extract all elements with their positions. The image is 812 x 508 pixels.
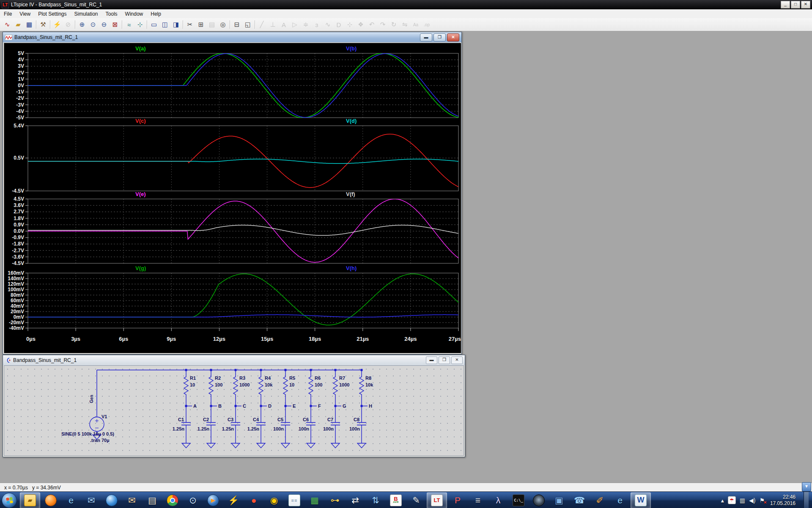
- waveform-canvas[interactable]: 5V4V3V2V1V0V-1V-2V-3V-4V-5VV(a)V(b)5.4V0…: [4, 43, 461, 353]
- menu-view[interactable]: View: [16, 10, 34, 18]
- minimize-button[interactable]: _: [781, 1, 790, 8]
- zoom-back-icon[interactable]: ⊙: [88, 19, 99, 30]
- taskbar-bug-tool-icon[interactable]: ◉: [264, 493, 284, 508]
- zoom-in-icon[interactable]: ⊕: [77, 19, 88, 30]
- view-toggle-3-icon[interactable]: ◨: [170, 19, 181, 30]
- taskbar-openoffice-icon[interactable]: ⊙: [183, 493, 203, 508]
- control-panel-icon[interactable]: ⚒: [38, 19, 49, 30]
- taskbar-chrome-icon[interactable]: [163, 493, 182, 508]
- save-icon[interactable]: ▦: [24, 19, 35, 30]
- taskbar-phone-app-icon[interactable]: ☎: [570, 493, 589, 508]
- taskbar-windows-explorer-icon[interactable]: ▰: [20, 492, 40, 508]
- taskbar-ltspice-icon[interactable]: LT: [427, 492, 447, 508]
- taskbar-webcam-app-icon[interactable]: [529, 493, 549, 508]
- menu-plot-settings[interactable]: Plot Settings: [34, 10, 70, 18]
- statusbar: x = 0.70µs y = 34.36mV: [0, 483, 812, 492]
- taskbar-pen-tool-icon[interactable]: ✎: [406, 493, 426, 508]
- undo-icon: ↶: [366, 19, 377, 30]
- taskbar-sync-tool-icon[interactable]: ⇅: [366, 493, 385, 508]
- tray-network-error-flag-icon[interactable]: ⚑: [759, 497, 765, 504]
- menu-help[interactable]: Help: [147, 10, 165, 18]
- taskbar-dialup-connection-icon[interactable]: ⚡: [224, 493, 243, 508]
- svg-text:0.0V: 0.0V: [14, 228, 24, 234]
- print-preview-icon[interactable]: ◱: [242, 19, 253, 30]
- taskbar-lambda-tool-icon[interactable]: λ: [488, 493, 508, 508]
- waveform-window-icon: [5, 35, 12, 40]
- show-desktop-button[interactable]: [804, 492, 809, 508]
- taskbar-media-player-icon[interactable]: ▶: [203, 493, 223, 508]
- toolbar-separator: [255, 20, 255, 29]
- toolbar-separator: [36, 20, 36, 29]
- new-schematic-icon[interactable]: ∿: [2, 19, 13, 30]
- view-toggle-1-icon[interactable]: ▭: [148, 19, 159, 30]
- svg-text:R1: R1: [190, 375, 196, 381]
- taskbar-clock[interactable]: 22:46 17.05.2016: [768, 494, 800, 507]
- cut-icon[interactable]: ✂: [184, 19, 195, 30]
- plot-restore-button[interactable]: ❐: [433, 33, 446, 41]
- schematic-minimize-button[interactable]: ▬: [426, 356, 437, 364]
- tray-tray-expand-icon[interactable]: ▴: [721, 497, 724, 504]
- taskbar-paint-app-icon[interactable]: ✐: [590, 493, 609, 508]
- zoom-out-icon[interactable]: ⊖: [99, 19, 110, 30]
- cursor-x-readout: x = 0.70µs: [4, 485, 28, 491]
- taskbar-mail-client-icon[interactable]: ✉: [122, 493, 142, 508]
- waveform-window-titlebar[interactable]: Bandpass_Sinus_mit_RC_1 ▬ ❐ ✕: [3, 32, 461, 42]
- taskbar-dictionary-app-icon[interactable]: ▤: [143, 493, 162, 508]
- taskbar-thunderbird-icon[interactable]: ✉: [82, 493, 101, 508]
- menu-tools[interactable]: Tools: [102, 10, 121, 18]
- maximize-button[interactable]: □: [791, 1, 800, 8]
- main-titlebar: LT LTspice IV - Bandpass_Sinus_mit_RC_1 …: [0, 0, 812, 9]
- redo-icon: ↷: [377, 19, 388, 30]
- security-app-glyph: ●: [251, 496, 257, 505]
- taskbar-internet-explorer-2-icon[interactable]: e: [610, 493, 630, 508]
- taskbar-bascom-avr-icon[interactable]: BAVR: [386, 493, 406, 508]
- place-inductor-icon: ɜ: [311, 19, 322, 30]
- taskbar-text-editor-icon[interactable]: ≡: [468, 493, 488, 508]
- print-icon[interactable]: ⊟: [231, 19, 242, 30]
- taskbar-notepad-icon[interactable]: ≡≡: [285, 493, 304, 508]
- menu-window[interactable]: Window: [121, 10, 147, 18]
- plot-close-button[interactable]: ✕: [447, 33, 459, 41]
- view-toggle-2-icon[interactable]: ◫: [159, 19, 170, 30]
- internet-explorer-2-glyph: e: [617, 496, 623, 505]
- close-button[interactable]: ✕: [801, 1, 810, 8]
- schematic-restore-button[interactable]: ❐: [439, 356, 450, 364]
- taskbar-circuit-software-icon[interactable]: ▦: [305, 493, 324, 508]
- zoom-full-extents-icon[interactable]: ⊠: [110, 19, 121, 30]
- taskbar-firefox-icon[interactable]: [41, 493, 60, 508]
- taskbar-printer-3d-app-icon[interactable]: ▣: [549, 493, 569, 508]
- find-icon[interactable]: ◎: [217, 19, 228, 30]
- clock-date: 17.05.2016: [770, 500, 796, 507]
- taskbar-security-app-icon[interactable]: ●: [244, 493, 263, 508]
- taskbar-internet-explorer-icon[interactable]: e: [61, 493, 81, 508]
- svg-text:0µs: 0µs: [26, 336, 36, 342]
- taskbar-teamviewer-icon[interactable]: ⇄: [346, 493, 365, 508]
- plot-minimize-button[interactable]: ▬: [420, 33, 432, 41]
- schematic-window-titlebar[interactable]: Bandpass_Sinus_mit_RC_1 ▬ ❐ ✕: [3, 355, 465, 365]
- taskbar-command-prompt-icon[interactable]: C:\_: [509, 493, 528, 508]
- autorange-y-axis-icon[interactable]: ≈: [123, 19, 134, 30]
- open-file-icon[interactable]: ▰: [13, 19, 24, 30]
- schematic-canvas[interactable]: V1SINE(0 5 100k 10µ 0 0.5).tran 70µGenR1…: [4, 365, 464, 456]
- taskbar-word-icon[interactable]: W: [631, 492, 651, 508]
- tray-network-status-icon[interactable]: ▥: [740, 497, 745, 504]
- scroll-down-button[interactable]: ▼: [802, 482, 811, 491]
- copy-icon[interactable]: ⊞: [195, 19, 206, 30]
- run-simulation-icon[interactable]: ⚡: [52, 19, 63, 30]
- schematic-close-button[interactable]: ✕: [451, 356, 463, 364]
- svg-text:R5: R5: [289, 375, 295, 381]
- tray-volume-icon[interactable]: ◀): [749, 497, 755, 504]
- pan-plot-icon[interactable]: ⊹: [134, 19, 145, 30]
- menu-file[interactable]: File: [0, 10, 16, 18]
- svg-text:100: 100: [215, 382, 222, 387]
- menu-simulation[interactable]: Simulation: [71, 10, 102, 18]
- start-button[interactable]: [2, 493, 17, 508]
- taskbar-key-tool-icon[interactable]: ⊶: [325, 493, 345, 508]
- thunderbird-glyph: ✉: [88, 496, 95, 505]
- taskbar-google-earth-icon[interactable]: [102, 493, 121, 508]
- svg-text:140mV: 140mV: [8, 276, 24, 282]
- taskbar-pspice-icon[interactable]: P: [448, 493, 467, 508]
- svg-text:2V: 2V: [18, 70, 24, 76]
- tray-avira-antivirus-icon[interactable]: ☂: [728, 496, 736, 504]
- key-tool-glyph: ⊶: [331, 496, 340, 505]
